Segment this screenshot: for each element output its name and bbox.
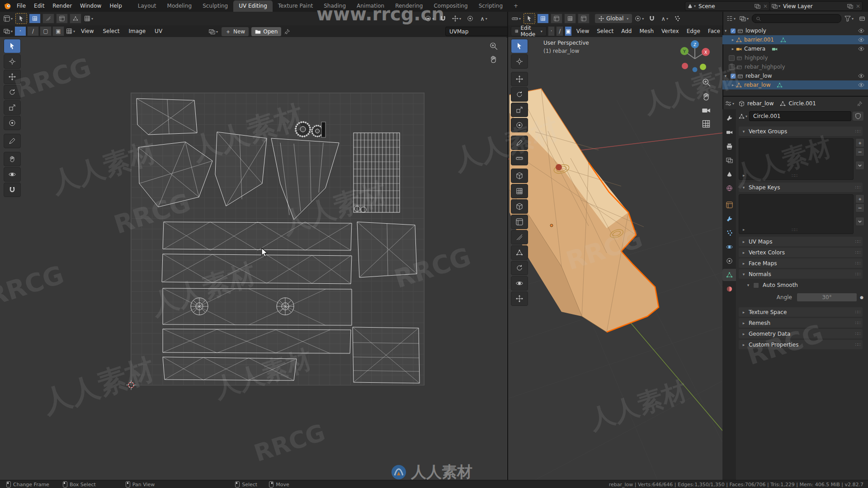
remove-vertex-group-button[interactable]: − bbox=[855, 147, 864, 156]
uv-select-mode-vertex[interactable] bbox=[29, 14, 41, 23]
snap-toggle-icon[interactable] bbox=[646, 14, 657, 23]
section-geometry-data[interactable]: ▸ Geometry Data ∷∷ bbox=[739, 329, 863, 338]
breadcrumb-object[interactable]: rebar_low bbox=[747, 100, 774, 107]
collection-checkbox[interactable]: ✓ bbox=[731, 28, 736, 33]
uv-pan-hand-icon[interactable] bbox=[489, 55, 498, 64]
fake-user-shield-icon[interactable] bbox=[853, 112, 863, 121]
add-vertex-group-button[interactable]: ＋ bbox=[855, 138, 864, 147]
image-open-button[interactable]: Open bbox=[251, 27, 281, 36]
panel-grip[interactable]: ∷∷ bbox=[855, 331, 860, 336]
tab-view-layer[interactable] bbox=[722, 154, 736, 166]
outliner-row-barrier-001[interactable]: ▸ barrier.001 bbox=[722, 35, 868, 44]
uv-map-field[interactable]: UVMap bbox=[445, 27, 510, 36]
outliner-row-rebar-low-object[interactable]: ▸ rebar_low bbox=[722, 80, 868, 89]
tab-modifiers[interactable] bbox=[722, 213, 736, 225]
tab-animation[interactable]: Animation bbox=[351, 0, 390, 12]
outliner-search-input[interactable] bbox=[752, 14, 841, 23]
tool-measure[interactable] bbox=[511, 151, 528, 165]
section-remesh[interactable]: ▸ Remesh ∷∷ bbox=[739, 318, 863, 328]
scene-selector[interactable]: ▾ Scene ✕ bbox=[685, 1, 770, 11]
vertex-groups-list[interactable]: ▸ ∷∷ bbox=[739, 138, 854, 180]
uv-menu-view[interactable]: View bbox=[77, 28, 98, 34]
tab-sculpting[interactable]: Sculpting bbox=[197, 0, 233, 12]
uv-tool-scale[interactable] bbox=[4, 100, 21, 115]
collection-checkbox[interactable]: ✓ bbox=[731, 74, 736, 79]
navigation-gizmo[interactable]: Z Y X bbox=[676, 38, 714, 76]
image-new-button[interactable]: ＋New bbox=[222, 27, 249, 36]
tab-uv-editing[interactable]: UV Editing bbox=[233, 0, 273, 12]
angle-value-field[interactable]: 30° bbox=[797, 293, 857, 302]
uv-menu-uv[interactable]: UV bbox=[151, 28, 166, 34]
eye-icon[interactable] bbox=[858, 28, 864, 34]
transform-orientation-dropdown[interactable]: Global ▾ bbox=[595, 14, 632, 23]
panel-grip[interactable]: ∷∷ bbox=[855, 310, 860, 314]
viewport-zoom-icon[interactable] bbox=[702, 78, 711, 87]
mesh-name-field[interactable]: Circle.001 bbox=[749, 111, 851, 121]
uv-editor-type-icon[interactable]: ▾ bbox=[3, 26, 14, 36]
panel-grip[interactable]: ∷∷ bbox=[855, 261, 860, 266]
remove-view-layer-icon[interactable]: ✕ bbox=[856, 3, 860, 9]
tab-output[interactable] bbox=[722, 140, 736, 152]
disclosure-icon[interactable]: ▸ bbox=[730, 47, 736, 51]
uv-select-mode-edge[interactable] bbox=[42, 14, 54, 23]
tab-texture-paint[interactable]: Texture Paint bbox=[273, 0, 318, 12]
uv-select-mode-face[interactable] bbox=[56, 14, 68, 23]
panel-grip[interactable]: ∷∷ bbox=[855, 342, 860, 347]
collection-checkbox[interactable] bbox=[729, 55, 735, 61]
outliner-row-lowpoly[interactable]: ▾ ✓ lowpoly bbox=[722, 26, 868, 35]
menu-render[interactable]: Render bbox=[48, 3, 76, 9]
disclosure-icon[interactable]: ▸ bbox=[730, 38, 736, 42]
section-custom-properties[interactable]: ▸ Custom Properties ∷∷ bbox=[739, 340, 863, 349]
disclosure-icon[interactable]: ▾ bbox=[745, 283, 751, 287]
outliner-row-rebar-low-collection[interactable]: ▾ ✓ rebar_low bbox=[722, 71, 868, 80]
auto-smooth-checkbox[interactable] bbox=[753, 282, 759, 288]
uv-tool-rotate[interactable] bbox=[4, 85, 21, 99]
breadcrumb-data[interactable]: Circle.001 bbox=[788, 100, 816, 107]
panel-grip[interactable]: ∷∷ bbox=[855, 129, 860, 134]
view3d-menu-mesh[interactable]: Mesh bbox=[636, 28, 657, 34]
tool-move[interactable] bbox=[511, 72, 528, 86]
unlink-scene-icon[interactable]: ✕ bbox=[763, 3, 768, 9]
tab-shading[interactable]: Shading bbox=[318, 0, 351, 12]
panel-grip[interactable]: ∷∷ bbox=[855, 239, 860, 244]
uv-canvas[interactable] bbox=[0, 37, 506, 480]
menu-help[interactable]: Help bbox=[105, 3, 126, 9]
section-face-maps[interactable]: ▸ Face Maps ∷∷ bbox=[739, 258, 863, 268]
disclosure-icon[interactable]: ▸ bbox=[743, 173, 745, 178]
tab-scripting[interactable]: Scripting bbox=[473, 0, 508, 12]
view3d-menu-vertex[interactable]: Vertex bbox=[658, 28, 682, 34]
tab-world[interactable] bbox=[722, 182, 736, 194]
view3d-menu-view[interactable]: View bbox=[573, 28, 592, 34]
uv-select-mode-island[interactable] bbox=[70, 14, 81, 23]
uv-snap-toggle-icon[interactable] bbox=[438, 14, 448, 23]
uv-sticky-mode-icon[interactable]: ▾ bbox=[65, 26, 76, 36]
new-scene-icon[interactable] bbox=[755, 3, 760, 9]
tool-cursor[interactable] bbox=[511, 54, 528, 69]
uv-island-select-icon[interactable]: ▣ bbox=[52, 26, 64, 36]
tool-inset-faces[interactable] bbox=[511, 184, 528, 198]
uv-pivot-dropdown[interactable]: ▾ bbox=[424, 14, 435, 23]
resize-grip[interactable]: ∷∷ bbox=[792, 173, 797, 178]
tool-poly-build[interactable] bbox=[511, 245, 528, 260]
panel-grip[interactable]: ∷∷ bbox=[855, 185, 860, 190]
eye-icon[interactable] bbox=[858, 37, 864, 43]
view3d-viewport[interactable]: User Perspective (1) rebar_low bbox=[507, 37, 723, 480]
section-texture-space[interactable]: ▸ Texture Space ∷∷ bbox=[739, 307, 863, 317]
uv-zoom-icon[interactable] bbox=[489, 42, 498, 50]
proportional-editing-icon[interactable]: ∧▾ bbox=[659, 14, 670, 23]
uv-tool-annotate[interactable] bbox=[4, 134, 21, 148]
uv-tool-transform[interactable] bbox=[4, 116, 21, 130]
tool-loop-cut[interactable] bbox=[511, 215, 528, 229]
new-collection-icon[interactable] bbox=[857, 14, 868, 23]
viewport-ortho-grid-icon[interactable] bbox=[702, 119, 711, 128]
section-uv-maps[interactable]: ▸ UV Maps ∷∷ bbox=[739, 237, 863, 246]
tool-smooth[interactable] bbox=[511, 276, 528, 291]
view3d-menu-edge[interactable]: Edge bbox=[684, 28, 703, 34]
tab-constraints[interactable] bbox=[722, 255, 736, 267]
tab-scene[interactable] bbox=[722, 168, 736, 180]
outliner-filter-icon[interactable]: ▾ bbox=[844, 14, 854, 23]
eye-icon[interactable] bbox=[858, 82, 864, 88]
view3d-menu-add[interactable]: Add bbox=[618, 28, 635, 34]
shape-key-specials-button[interactable] bbox=[855, 217, 864, 226]
mode-toggle-3[interactable] bbox=[564, 14, 576, 23]
